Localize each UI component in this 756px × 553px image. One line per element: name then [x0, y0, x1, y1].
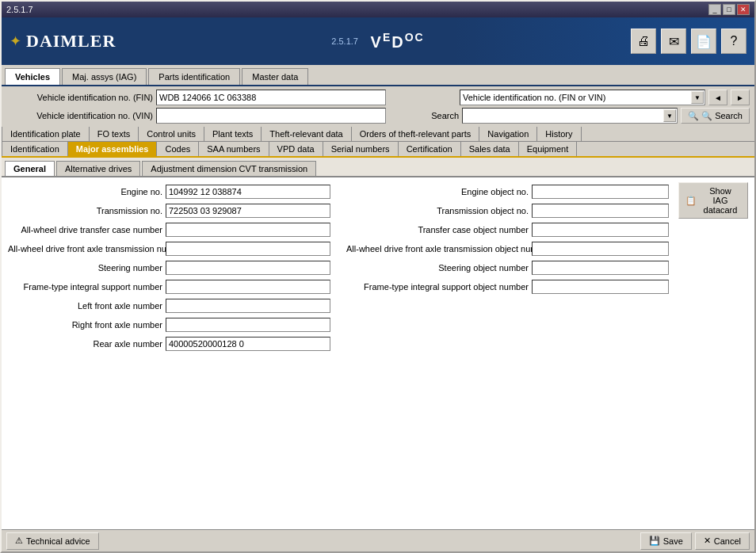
nav-prev-button[interactable]: ◄ — [708, 90, 727, 105]
form-row-right-front-axle: Right front axle number — [8, 317, 330, 333]
transmission-obj-no-input[interactable] — [532, 204, 669, 218]
print-icon[interactable]: 🖨 — [631, 29, 656, 54]
search-icon: 🔍 — [688, 111, 699, 121]
steering-obj-input[interactable] — [532, 261, 669, 275]
subtab2-codes[interactable]: Codes — [157, 142, 199, 156]
search-label: Search — [431, 111, 459, 120]
subtab-theft-relevant[interactable]: Theft-relevant data — [262, 127, 351, 141]
content-wrapper: General Alternative drives Adjustment di… — [2, 158, 754, 529]
tab-master-data[interactable]: Master data — [242, 68, 308, 85]
subtab-orders-theft[interactable]: Orders of theft-relevant parts — [352, 127, 480, 141]
engine-no-label: Engine no. — [8, 187, 162, 196]
subtab2-major-assemblies[interactable]: Major assemblies — [68, 142, 158, 156]
content-tab-general[interactable]: General — [5, 161, 55, 176]
subtab-fo-texts[interactable]: FO texts — [90, 127, 139, 141]
form-row-frame-integral: Frame-type integral support number — [8, 279, 330, 295]
version-info: 2.5.1.7 VEDOC — [331, 31, 424, 51]
subtab-control-units[interactable]: Control units — [139, 127, 204, 141]
tab-vehicles[interactable]: Vehicles — [5, 68, 60, 85]
save-button[interactable]: 💾 Save — [640, 532, 692, 550]
search-input[interactable] — [462, 108, 678, 124]
technical-advice-button[interactable]: ⚠ Technical advice — [6, 532, 99, 550]
awd-front-axle-obj-input[interactable] — [532, 242, 669, 256]
steering-label: Steering number — [8, 263, 162, 273]
show-iag-datacard-button[interactable]: 📋 Show IAG datacard — [678, 182, 748, 219]
right-front-axle-input[interactable] — [166, 318, 330, 332]
cancel-button[interactable]: ✕ Cancel — [695, 532, 750, 550]
transmission-no-label: Transmission no. — [8, 206, 162, 215]
form-row-engine-no: Engine no. — [8, 184, 330, 200]
content-tabs: General Alternative drives Adjustment di… — [2, 158, 754, 177]
app-title: 2.5.1.7 — [6, 5, 708, 14]
subtab-identification-plate[interactable]: Identification plate — [2, 127, 90, 141]
engine-no-input[interactable] — [166, 185, 330, 199]
tab-parts-identification[interactable]: Parts identification — [148, 68, 240, 85]
frame-integral-input[interactable] — [166, 280, 330, 294]
sub-tabs-row1: Identification plate FO texts Control un… — [2, 127, 754, 142]
save-label: Save — [663, 536, 683, 546]
subtab2-vpd-data[interactable]: VPD data — [269, 142, 323, 156]
steering-obj-label: Steering object number — [346, 263, 529, 273]
engine-obj-no-input[interactable] — [532, 185, 669, 199]
help-icon[interactable]: ? — [721, 29, 746, 54]
vin-input[interactable] — [156, 108, 386, 124]
content-tab-cvt[interactable]: Adjustment dimension CVT transmission — [142, 161, 316, 176]
awd-front-axle-obj-label: All-wheel drive front axle transmission … — [346, 244, 529, 254]
left-form-column: Engine no. Transmission no. All-wheel dr… — [8, 184, 330, 352]
sub-tabs-row2: Identification Major assemblies Codes SA… — [2, 142, 754, 158]
rear-axle-input[interactable] — [166, 337, 330, 351]
frame-integral-obj-input[interactable] — [532, 280, 669, 294]
email-icon[interactable]: ✉ — [661, 29, 686, 54]
rear-axle-label: Rear axle number — [8, 339, 162, 349]
save-icon: 💾 — [649, 536, 660, 546]
form-row-awd-front-axle: All-wheel drive front axle transmission … — [8, 241, 330, 257]
brand-name: DAIMLER — [26, 31, 116, 51]
status-right-buttons: 💾 Save ✕ Cancel — [640, 532, 750, 550]
content-tab-alt-drives[interactable]: Alternative drives — [56, 161, 140, 176]
subtab2-saa-numbers[interactable]: SAA numbers — [199, 142, 269, 156]
subtab-plant-texts[interactable]: Plant texts — [204, 127, 262, 141]
technical-advice-icon: ⚠ — [15, 536, 23, 546]
subtab-navigation[interactable]: Navigation — [479, 127, 537, 141]
technical-advice-label: Technical advice — [26, 536, 90, 546]
search-button[interactable]: 🔍 🔍 Search — [681, 108, 750, 124]
subtab2-sales-data[interactable]: Sales data — [461, 142, 519, 156]
awd-transfer-label: All-wheel drive transfer case number — [8, 225, 162, 235]
frame-integral-label: Frame-type integral support number — [8, 282, 162, 292]
cancel-label: Cancel — [714, 536, 741, 546]
subtab2-identification[interactable]: Identification — [2, 142, 68, 156]
product-name: VEDOC — [371, 31, 425, 51]
window-controls: _ □ ✕ — [708, 4, 750, 15]
transfer-case-obj-input[interactable] — [532, 223, 669, 237]
awd-transfer-input[interactable] — [166, 223, 330, 237]
transmission-no-input[interactable] — [166, 204, 330, 218]
form-row-awd-transfer: All-wheel drive transfer case number — [8, 222, 330, 238]
close-button[interactable]: ✕ — [737, 4, 750, 15]
form-row-transfer-obj: Transfer case object number — [346, 222, 669, 238]
form-row-transmission-obj-no: Transmission object no. — [346, 203, 669, 219]
search-button-label: 🔍 Search — [701, 111, 743, 121]
engine-obj-no-label: Engine object no. — [346, 187, 529, 196]
maximize-button[interactable]: □ — [723, 4, 735, 15]
fin-input[interactable] — [156, 90, 386, 105]
right-front-axle-label: Right front axle number — [8, 320, 162, 330]
minimize-button[interactable]: _ — [708, 4, 721, 15]
awd-front-axle-label: All-wheel drive front axle transmission … — [8, 244, 162, 254]
subtab-history[interactable]: History — [537, 127, 581, 141]
left-front-axle-input[interactable] — [166, 299, 330, 313]
subtab2-equipment[interactable]: Equipment — [519, 142, 578, 156]
search-type-dropdown[interactable]: Vehicle identification no. (FIN or VIN) — [460, 90, 705, 105]
dropdown-wrapper: Vehicle identification no. (FIN or VIN) … — [460, 90, 705, 105]
subtab2-certification[interactable]: Certification — [399, 142, 461, 156]
form-row-left-front-axle: Left front axle number — [8, 298, 330, 314]
awd-front-axle-input[interactable] — [166, 242, 330, 256]
subtab2-serial-numbers[interactable]: Serial numbers — [323, 142, 399, 156]
daimler-star-icon: ✦ — [10, 32, 21, 50]
document-icon[interactable]: 📄 — [691, 29, 716, 54]
tab-maj-assys[interactable]: Maj. assys (IAG) — [62, 68, 147, 85]
steering-input[interactable] — [166, 261, 330, 275]
nav-next-button[interactable]: ► — [731, 90, 750, 105]
form-row-awd-front-axle-obj: All-wheel drive front axle transmission … — [346, 241, 669, 257]
toolbar-icons: 🖨 ✉ 📄 ? — [631, 29, 746, 54]
transfer-case-obj-label: Transfer case object number — [346, 225, 529, 235]
